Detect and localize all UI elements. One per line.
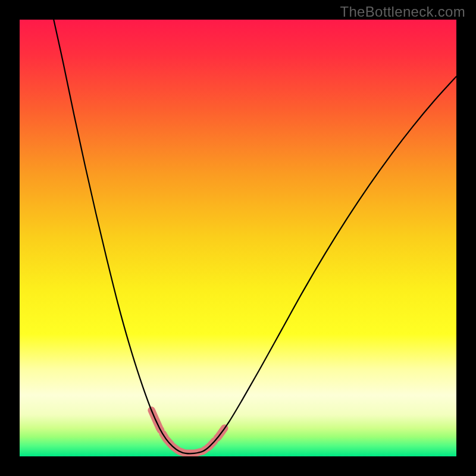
- plot-svg: [20, 20, 456, 456]
- gradient-background: [20, 20, 456, 456]
- chart-frame: TheBottleneck.com: [0, 0, 476, 476]
- watermark-text: TheBottleneck.com: [340, 4, 465, 20]
- plot-area: [20, 20, 456, 456]
